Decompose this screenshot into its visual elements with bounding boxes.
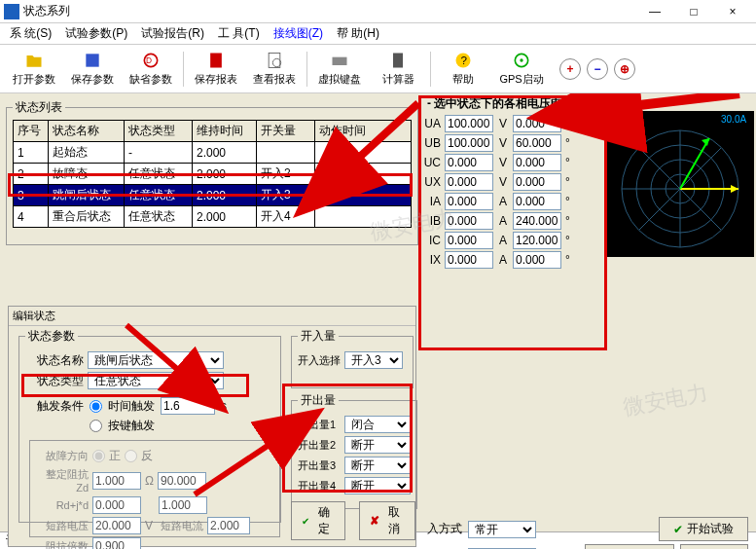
state-type-label: 状态类型 (25, 373, 84, 389)
stop-test-button[interactable]: ◉停止试验 (585, 544, 674, 549)
ix-ang-input[interactable] (513, 251, 561, 269)
output4-select[interactable]: 断开 (344, 477, 411, 494)
trigger-time-radio[interactable] (90, 400, 102, 413)
app-icon (4, 4, 19, 19)
start-test-button[interactable]: ✔开始试验 (659, 517, 748, 541)
trigger-key-radio[interactable] (90, 420, 102, 432)
titlebar: 状态系列 — □ × (0, 0, 756, 23)
svg-text:D: D (146, 55, 152, 65)
help-label: 帮助 (452, 72, 474, 87)
mode-select[interactable]: 常开 (468, 521, 536, 538)
open-label: 打开参数 (13, 72, 55, 87)
zoom-in-button[interactable]: + (559, 58, 581, 80)
ux-mag-input[interactable] (445, 173, 493, 191)
maximize-button[interactable]: □ (674, 0, 713, 23)
ia-mag-input[interactable] (445, 193, 493, 210)
vkbd-label: 虚拟键盘 (318, 72, 361, 87)
help-button[interactable]: ?帮助 (435, 51, 491, 87)
svg-point-11 (520, 58, 522, 61)
ub-ang-input[interactable] (513, 134, 561, 152)
default-params-button[interactable]: D缺省参数 (123, 51, 179, 87)
input-select-label: 开入选择 (298, 353, 341, 368)
open-params-button[interactable]: 打开参数 (6, 51, 62, 87)
cancel-icon: ✘ (370, 514, 379, 528)
sv-input (92, 517, 141, 534)
gps-button[interactable]: GPS启动 (493, 51, 550, 87)
phasor-title: - 选中状态下的各相电压电流 (427, 95, 574, 112)
svg-text:121.0V: 121.0V (610, 114, 641, 125)
close-button[interactable]: × (713, 0, 752, 23)
menu-help[interactable]: 帮 助(H) (337, 25, 379, 42)
trigger-time-label: 时间触发 (108, 398, 155, 415)
fault-neg-radio (125, 450, 137, 462)
ua-ang-input[interactable] (513, 115, 561, 132)
output1-select[interactable]: 闭合 (344, 416, 411, 433)
phasor-panel: - 选中状态下的各相电压电流 UAV° UBV° UCV° UXV° IAA° … (423, 95, 754, 417)
ic-ang-input[interactable] (513, 232, 561, 249)
uc-mag-input[interactable] (445, 154, 493, 171)
menu-wiring[interactable]: 接线图(Z) (273, 25, 323, 42)
svg-text:30.0A: 30.0A (721, 114, 746, 125)
zoom-out-button[interactable]: − (587, 58, 608, 80)
zd-input-1 (92, 472, 141, 490)
menu-report[interactable]: 试验报告(R) (141, 25, 204, 42)
save-report-button[interactable]: 保存报表 (188, 51, 244, 87)
ib-mag-input[interactable] (445, 212, 493, 230)
state-name-select[interactable]: 跳闸后状态 (88, 351, 224, 369)
state-list-legend: 状态列表 (13, 99, 65, 116)
phasor-chart: 121.0V 30.0A (606, 111, 754, 257)
trigger-time-input[interactable] (161, 397, 215, 415)
svg-rect-6 (333, 57, 347, 65)
save-params-button[interactable]: 保存参数 (64, 51, 121, 87)
svg-rect-0 (86, 54, 98, 66)
table-row[interactable]: 1起始态-2.000 (14, 142, 412, 164)
output2-select[interactable]: 断开 (344, 436, 411, 454)
save-label: 保存参数 (71, 72, 114, 87)
state-type-select[interactable]: 任意状态 (88, 372, 224, 389)
edit-panel-header: 编辑状态 (9, 307, 415, 326)
exit-button[interactable]: ⏻退出 (680, 544, 748, 549)
trigger-label: 触发条件 (25, 398, 84, 415)
table-row-selected[interactable]: 3跳闸后状态任意状态2.000开入3 (14, 185, 412, 206)
ua-mag-input[interactable] (445, 115, 493, 132)
menu-system[interactable]: 系 统(S) (10, 25, 52, 42)
minimize-button[interactable]: — (635, 0, 674, 23)
ok-button[interactable]: ✔确定 (291, 501, 345, 540)
table-header: 序号 状态名称 状态类型 维持时间 开关量 动作时间 (14, 121, 412, 142)
ib-ang-input[interactable] (513, 212, 561, 230)
table-row[interactable]: 2故障态任意状态2.000开入2 (14, 164, 412, 185)
table-row[interactable]: 4重合后状态任意状态2.000开入4 (14, 206, 412, 228)
saverpt-label: 保存报表 (195, 72, 237, 87)
gps-label: GPS启动 (499, 72, 543, 87)
ix-mag-input[interactable] (445, 251, 493, 269)
output3-select[interactable]: 断开 (344, 457, 411, 474)
mode-label: 入方式 (427, 521, 462, 537)
phasor-grid: UAV° UBV° UCV° UXV° IAA° IBA° ICA° IXA° (423, 113, 571, 271)
svg-rect-7 (393, 54, 403, 68)
menu-testparam[interactable]: 试验参数(P) (65, 25, 127, 42)
ia-ang-input[interactable] (513, 193, 561, 210)
calculator-button[interactable]: 计算器 (370, 51, 426, 87)
default-label: 缺省参数 (129, 72, 172, 87)
svg-text:?: ? (461, 54, 468, 66)
svg-rect-4 (269, 54, 280, 68)
cancel-button[interactable]: ✘取消 (359, 501, 415, 540)
ic-mag-input[interactable] (445, 232, 493, 249)
edit-state-panel: 编辑状态 状态参数 状态名称 跳闸后状态 状态类型 任意状态 触发条件 时间触发… (8, 306, 416, 547)
uc-ang-input[interactable] (513, 154, 561, 171)
state-table[interactable]: 序号 状态名称 状态类型 维持时间 开关量 动作时间 1起始态-2.000 2故… (13, 120, 412, 228)
zoom-fit-button[interactable]: ⊕ (614, 58, 635, 80)
toolbar: 打开参数 保存参数 D缺省参数 保存报表 查看报表 虚拟键盘 计算器 ?帮助 G… (0, 45, 756, 93)
svg-marker-21 (731, 185, 738, 193)
menu-tool[interactable]: 工 具(T) (218, 25, 260, 42)
ub-mag-input[interactable] (445, 134, 493, 152)
virtual-keyboard-button[interactable]: 虚拟键盘 (311, 51, 368, 87)
state-params-group: 状态参数 状态名称 跳闸后状态 状态类型 任意状态 触发条件 时间触发 s 按键… (18, 328, 281, 523)
view-report-button[interactable]: 查看报表 (246, 51, 303, 87)
input-select[interactable]: 开入3 (344, 351, 403, 369)
fault-pos-radio (92, 450, 105, 462)
ux-ang-input[interactable] (513, 173, 561, 191)
viewrpt-label: 查看报表 (253, 72, 296, 87)
check-icon: ✔ (673, 523, 683, 536)
sc-input (207, 517, 250, 534)
